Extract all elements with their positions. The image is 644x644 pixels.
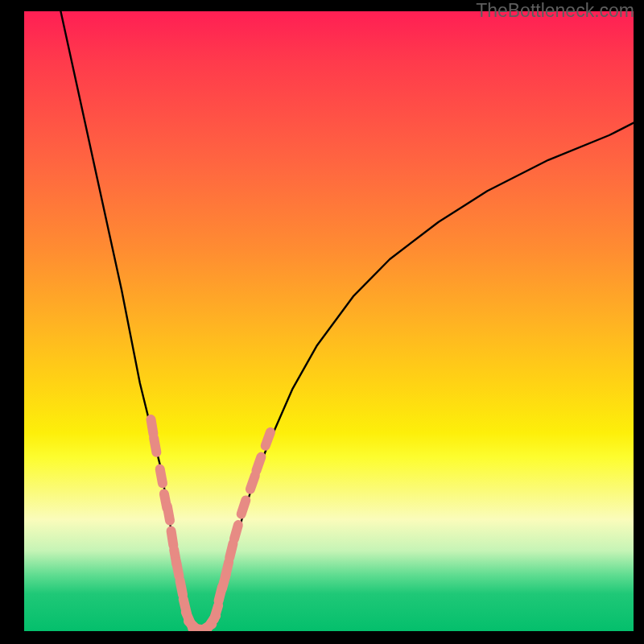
data-marker xyxy=(154,438,156,452)
data-marker xyxy=(250,476,255,489)
plot-area xyxy=(24,11,634,631)
data-marker xyxy=(242,500,246,514)
data-marker xyxy=(171,531,174,546)
data-marker xyxy=(266,432,270,446)
data-marker xyxy=(180,580,183,595)
marker-dots xyxy=(151,419,270,631)
data-marker xyxy=(225,562,229,576)
chart-svg xyxy=(24,11,634,631)
data-marker xyxy=(160,469,163,484)
watermark-text: TheBottleneck.com xyxy=(476,0,634,22)
bottleneck-curve xyxy=(60,11,634,631)
data-marker xyxy=(229,543,233,557)
data-marker xyxy=(234,525,238,539)
data-marker xyxy=(176,562,179,576)
chart-frame: TheBottleneck.com xyxy=(0,0,644,644)
data-marker xyxy=(167,506,170,521)
data-marker xyxy=(256,457,261,471)
data-marker xyxy=(214,605,218,619)
data-marker xyxy=(151,419,154,434)
curve-lines xyxy=(60,11,634,631)
